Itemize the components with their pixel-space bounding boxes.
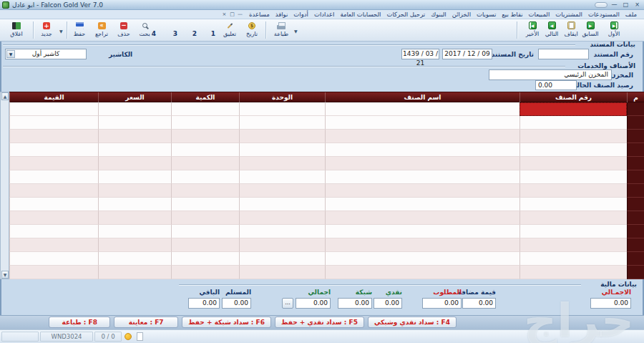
grid-cell[interactable] [171,102,239,116]
grid-cell[interactable] [325,184,519,198]
grid-cell[interactable] [98,252,171,266]
grid-cell[interactable] [519,184,627,198]
grid-cell[interactable] [239,143,325,157]
minimize-button[interactable]: — [610,1,619,9]
toolbar-save-button[interactable]: حفظ [69,21,89,40]
grid-cell[interactable] [239,225,325,238]
grid-cell[interactable] [9,116,98,130]
grid-cell[interactable] [9,238,98,252]
grid-cell[interactable] [519,225,627,238]
grid-cell[interactable] [98,225,171,238]
chevron-down-icon[interactable]: ▼ [6,50,15,58]
mdi-minimize-button[interactable]: — [237,11,243,19]
scroll-up-icon[interactable]: ▲ [1,92,9,100]
toolbar-date-button[interactable]: $ تاريخ [243,21,261,40]
grid-cell[interactable] [519,143,627,157]
grid-cell[interactable] [325,211,519,225]
fkey-button-f6[interactable]: F6 : سداد شبكة + حفظ [182,317,271,328]
financial-value-vat[interactable]: 0.00 [462,298,496,309]
grid-cell[interactable] [98,211,171,225]
grid-cell[interactable] [171,266,239,279]
toolbar-undo-button[interactable]: « تراجع [91,21,112,40]
grid-cell[interactable] [171,157,239,170]
grid-cell[interactable] [9,198,98,211]
grid-cell[interactable] [519,116,627,130]
grid-cell[interactable] [519,266,627,279]
grid-cell[interactable] [325,102,519,116]
grid-cell[interactable] [325,116,519,130]
menu-item[interactable]: البنوك [428,11,449,18]
grid-cell[interactable] [98,170,171,184]
grid-cell[interactable] [519,157,627,170]
grid-cell[interactable] [9,170,98,184]
toolbar-print-button[interactable]: طباعة [270,21,293,40]
grid-cell[interactable] [9,266,98,279]
financial-value-remaining[interactable]: 0.00 [188,298,220,309]
new-dropdown-arrow-icon[interactable]: ▼ [59,29,63,34]
grid-cell[interactable] [171,238,239,252]
menu-item[interactable]: ملف [623,11,640,18]
grid-cell[interactable] [239,198,325,211]
grid-cell[interactable] [325,225,519,238]
grid-cell[interactable] [171,198,239,211]
menu-item[interactable]: مساعدة [246,11,273,18]
grid-cell[interactable] [9,184,98,198]
grid-cell[interactable] [9,102,98,116]
grid-cell[interactable] [239,102,325,116]
fkey-button-f4[interactable]: F4 : سداد نقدي وشبكي [368,317,457,328]
grid-vertical-scrollbar[interactable]: ▲ ▼ [0,92,9,279]
quick-item-button-3[interactable]: 3 [168,30,182,37]
menu-item[interactable]: المشتريات [552,11,585,18]
grid-cell[interactable] [325,238,519,252]
financial-value-received[interactable]: 0.00 [222,298,251,309]
grid-cell[interactable] [239,170,325,184]
nav-previous-record-button[interactable]: ▶السابق [580,21,601,40]
grid-cell[interactable] [171,130,239,143]
menu-item[interactable]: نقاط بيع [499,11,525,18]
payment-details-button[interactable]: ... [282,298,293,309]
grid-cell[interactable] [171,252,239,266]
grid-cell[interactable] [171,184,239,198]
grid-cell[interactable] [239,116,325,130]
grid-cell[interactable] [171,116,239,130]
toolbar-suspend-button[interactable]: تعليق [218,21,241,40]
menu-item[interactable]: نوافذ [273,11,291,18]
financial-value-cash[interactable]: 0.00 [374,298,402,309]
grid-cell[interactable] [171,170,239,184]
grid-cell[interactable] [239,130,325,143]
grid-selected-cell[interactable] [519,102,627,116]
menu-item[interactable]: أدوات [291,11,311,18]
doc-number-input[interactable] [538,49,589,59]
cashier-select[interactable]: كاشير أول ▼ [5,49,87,59]
financial-value-total[interactable]: 0.00 [296,298,331,309]
grid-cell[interactable] [239,211,325,225]
print-dropdown-arrow-icon[interactable]: ▼ [294,29,298,34]
fkey-button-f7[interactable]: F7 : معاينة [114,317,178,328]
grid-cell[interactable] [519,170,627,184]
grid-cell[interactable] [239,252,325,266]
mdi-restore-button[interactable]: □ [229,11,235,19]
grid-cell[interactable] [9,157,98,170]
nav-stop-button[interactable]: ايقاف [560,21,582,40]
doc-date-gregorian-input[interactable]: 2017 / 12 / 09 [442,49,492,59]
item-balance-value[interactable]: 0.00 [535,80,577,90]
nav-last-record-button[interactable]: ◀الأخير [522,21,543,40]
fkey-button-f8[interactable]: F8 : طباعة [49,317,110,328]
financial-value-card[interactable]: 0.00 [338,298,372,309]
grid-cell[interactable] [325,170,519,184]
menu-item[interactable]: اعدادات [311,11,337,18]
grid-cell[interactable] [98,198,171,211]
grid-cell[interactable] [171,211,239,225]
grid-cell[interactable] [239,238,325,252]
toolbar-delete-button[interactable]: − حذف [114,21,134,40]
financial-value-grand[interactable]: 0.00 [590,298,631,309]
grid-cell[interactable] [325,252,519,266]
close-window-button[interactable]: × [633,1,642,9]
grid-cell[interactable] [325,130,519,143]
grid-cell[interactable] [519,198,627,211]
maximize-button[interactable]: □ [621,1,630,9]
nav-first-record-button[interactable]: ▶الأول [603,21,625,40]
grid-cell[interactable] [98,184,171,198]
doc-date-hijri-input[interactable]: 1439 / 03 / 21 [401,49,439,59]
grid-cell[interactable] [519,130,627,143]
